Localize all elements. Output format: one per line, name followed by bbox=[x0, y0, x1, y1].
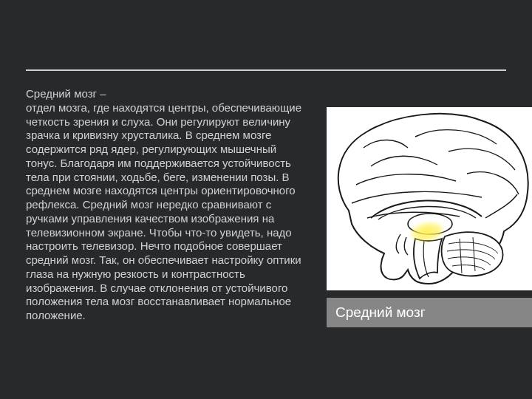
figure-caption: Средний мозг bbox=[327, 298, 532, 327]
brain-illustration bbox=[327, 107, 532, 290]
slide: Средний мозг – отдел мозга, где находятс… bbox=[0, 0, 532, 399]
body-text: отдел мозга, где находятся центры, обесп… bbox=[26, 101, 301, 321]
figure-column: Средний мозг bbox=[327, 107, 532, 327]
figure-caption-text: Средний мозг bbox=[335, 304, 426, 321]
brain-svg bbox=[327, 107, 532, 290]
text-column: Средний мозг – отдел мозга, где находятс… bbox=[26, 87, 310, 384]
section-title: Средний мозг – bbox=[26, 87, 310, 101]
content-area: Средний мозг – отдел мозга, где находятс… bbox=[26, 87, 510, 384]
horizontal-rule bbox=[26, 69, 506, 71]
